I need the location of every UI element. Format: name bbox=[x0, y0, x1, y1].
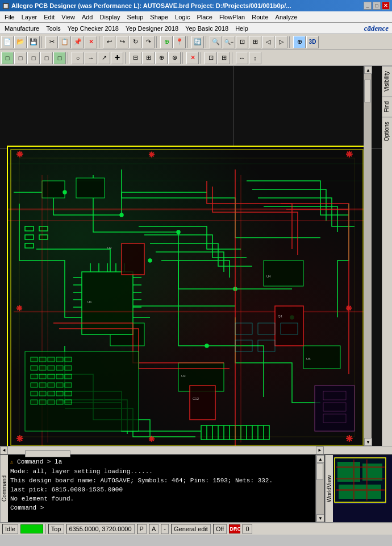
command-scrollbar[interactable]: ▲ ▼ bbox=[316, 455, 324, 522]
toolbar-1: 📄 📂 💾 ✂ 📋 📌 ✕ ↩ ↪ ↻ ↷ ⊕ 📍 🔄 🔍 🔍− ⊡ ⊞ ◁ ▷… bbox=[0, 34, 392, 50]
tb-zoom-sel-button[interactable]: ⊞ bbox=[249, 36, 261, 48]
status-a-btn[interactable]: A bbox=[149, 524, 159, 534]
tb-zoom-in-button[interactable]: 🔍 bbox=[210, 36, 222, 48]
status-p-btn[interactable]: P bbox=[137, 524, 147, 534]
status-drc[interactable]: DRC bbox=[229, 524, 240, 533]
svg-rect-47 bbox=[275, 306, 303, 346]
tb-delete-button[interactable]: ✕ bbox=[85, 36, 97, 48]
menu-display[interactable]: Display bbox=[96, 13, 123, 22]
menu-route[interactable]: Route bbox=[248, 13, 272, 22]
menu-yep-designer[interactable]: Yep Designer 2018 bbox=[122, 24, 182, 33]
log-scroll-track[interactable] bbox=[316, 463, 324, 514]
log-text-5: No element found. bbox=[10, 495, 74, 502]
tb2-btn-13[interactable]: ⊗ bbox=[168, 52, 181, 64]
find-tab[interactable]: Find bbox=[382, 96, 392, 117]
tb-redo-button[interactable]: ↪ bbox=[116, 36, 128, 48]
svg-rect-120 bbox=[353, 460, 355, 500]
command-log[interactable]: ⚠ Command > la Mode: all, layer setting … bbox=[8, 455, 316, 522]
tb-pin-button[interactable]: 📍 bbox=[173, 36, 186, 48]
menu-flowplan[interactable]: FlowPlan bbox=[216, 13, 248, 22]
menu-setup[interactable]: Setup bbox=[124, 13, 147, 22]
svg-point-12 bbox=[120, 213, 123, 217]
tb2-btn-11[interactable]: ⊞ bbox=[142, 52, 155, 64]
horizontal-scrollbar[interactable]: ◄ ► bbox=[0, 446, 392, 454]
tb2-btn-10[interactable]: ⊟ bbox=[129, 52, 141, 64]
scroll-left-arrow[interactable]: ◄ bbox=[0, 446, 8, 454]
scroll-up-arrow[interactable]: ▲ bbox=[364, 66, 372, 74]
tb2-btn-7[interactable]: → bbox=[85, 52, 97, 64]
toolbar2-sep-5 bbox=[232, 52, 234, 64]
minimize-button[interactable]: _ bbox=[364, 2, 372, 10]
tb2-btn-6[interactable]: ○ bbox=[72, 52, 84, 64]
menu-yep-basic[interactable]: Yep Basic 2018 bbox=[182, 24, 232, 33]
scroll-thumb[interactable] bbox=[364, 80, 371, 102]
tb2-btn-15[interactable]: ⊡ bbox=[205, 52, 217, 64]
tb-copy-button[interactable]: 📋 bbox=[59, 36, 71, 48]
menu-view[interactable]: View bbox=[58, 13, 78, 22]
log-text-6: Command > bbox=[10, 504, 44, 511]
tb-save-button[interactable]: 💾 bbox=[27, 36, 40, 48]
pcb-traces-svg: ✳ ✳ ✳ ✳ ✳ ✳ ✳ ✳ bbox=[8, 147, 364, 446]
scroll-down-arrow[interactable]: ▼ bbox=[364, 438, 372, 446]
svg-rect-79 bbox=[48, 357, 55, 362]
pcb-canvas[interactable]: ✳ ✳ ✳ ✳ ✳ ✳ ✳ ✳ bbox=[0, 66, 382, 446]
svg-text:✳: ✳ bbox=[16, 150, 23, 159]
tb-paste-button[interactable]: 📌 bbox=[72, 36, 84, 48]
menu-add[interactable]: Add bbox=[78, 13, 97, 22]
tb2-btn-2[interactable]: □ bbox=[14, 52, 27, 64]
tb-3d-button[interactable]: 3D bbox=[306, 36, 319, 48]
menu-place[interactable]: Place bbox=[193, 13, 216, 22]
tb-zoom-out-button[interactable]: 🔍− bbox=[223, 36, 235, 48]
tb2-btn-4[interactable]: □ bbox=[40, 52, 53, 64]
tb2-btn-17[interactable]: ↔ bbox=[236, 52, 248, 64]
menu-file[interactable]: File bbox=[1, 13, 18, 22]
tb-snap-button[interactable]: ⊕ bbox=[160, 36, 173, 48]
maximize-button[interactable]: □ bbox=[373, 2, 381, 10]
worldview-map[interactable] bbox=[333, 455, 392, 522]
log-scroll-down[interactable]: ▼ bbox=[316, 514, 324, 522]
svg-text:U1: U1 bbox=[87, 300, 92, 304]
tb-zoom-fit-button[interactable]: ⊡ bbox=[236, 36, 248, 48]
close-button[interactable]: ✕ bbox=[382, 2, 390, 10]
vertical-scrollbar[interactable]: ▲ ▼ bbox=[364, 66, 372, 446]
log-text-3: This design board name: AUTOSAVE; Symbol… bbox=[10, 477, 273, 484]
tb-redo2-button[interactable]: ↻ bbox=[129, 36, 141, 48]
menu-manufacture[interactable]: Manufacture bbox=[1, 24, 43, 33]
tb2-btn-3[interactable]: □ bbox=[27, 52, 40, 64]
log-scroll-thumb[interactable] bbox=[316, 463, 323, 480]
tb-undo-button[interactable]: ↩ bbox=[103, 36, 115, 48]
menu-tools[interactable]: Tools bbox=[43, 24, 64, 33]
off-text: Off bbox=[216, 526, 224, 532]
status-layer[interactable]: Top bbox=[48, 524, 64, 534]
tb-zoom-prev-button[interactable]: ◁ bbox=[262, 36, 274, 48]
tb-pan-button[interactable]: ⊕ bbox=[293, 36, 306, 48]
tb2-btn-12[interactable]: ⊕ bbox=[155, 52, 168, 64]
tb2-btn-16[interactable]: ⊞ bbox=[218, 52, 230, 64]
menu-layer[interactable]: Layer bbox=[18, 13, 41, 22]
tb2-btn-1[interactable]: □ bbox=[1, 52, 14, 64]
tb2-btn-8[interactable]: ↗ bbox=[98, 52, 110, 64]
tb2-btn-14[interactable]: ✕ bbox=[186, 52, 199, 64]
menu-yep-checker[interactable]: Yep Checker 2018 bbox=[64, 24, 122, 33]
log-scroll-up[interactable]: ▲ bbox=[316, 455, 324, 463]
scroll-right-arrow[interactable]: ► bbox=[316, 446, 324, 454]
menu-analyze[interactable]: Analyze bbox=[272, 13, 301, 22]
menu-logic[interactable]: Logic bbox=[172, 13, 193, 22]
visibility-tab[interactable]: Visibility bbox=[382, 66, 392, 96]
tb2-btn-5[interactable]: □ bbox=[53, 52, 66, 64]
options-tab[interactable]: Options bbox=[382, 117, 392, 146]
menu-help[interactable]: Help bbox=[232, 24, 252, 33]
tb-refresh-button[interactable]: 🔄 bbox=[191, 36, 204, 48]
menu-edit[interactable]: Edit bbox=[40, 13, 58, 22]
menu-shape[interactable]: Shape bbox=[147, 13, 172, 22]
tb-cut-button[interactable]: ✂ bbox=[45, 36, 58, 48]
h-scroll-thumb[interactable] bbox=[25, 450, 70, 457]
tb-zoom-next-button[interactable]: ▷ bbox=[275, 36, 287, 48]
status-off[interactable]: Off bbox=[213, 524, 227, 534]
tb-redo3-button[interactable]: ↷ bbox=[142, 36, 155, 48]
tb2-btn-9[interactable]: ✚ bbox=[111, 52, 123, 64]
tb2-btn-18[interactable]: ↕ bbox=[249, 52, 261, 64]
scroll-track[interactable] bbox=[364, 74, 372, 438]
tb-open-button[interactable]: 📂 bbox=[14, 36, 27, 48]
tb-new-button[interactable]: 📄 bbox=[1, 36, 14, 48]
